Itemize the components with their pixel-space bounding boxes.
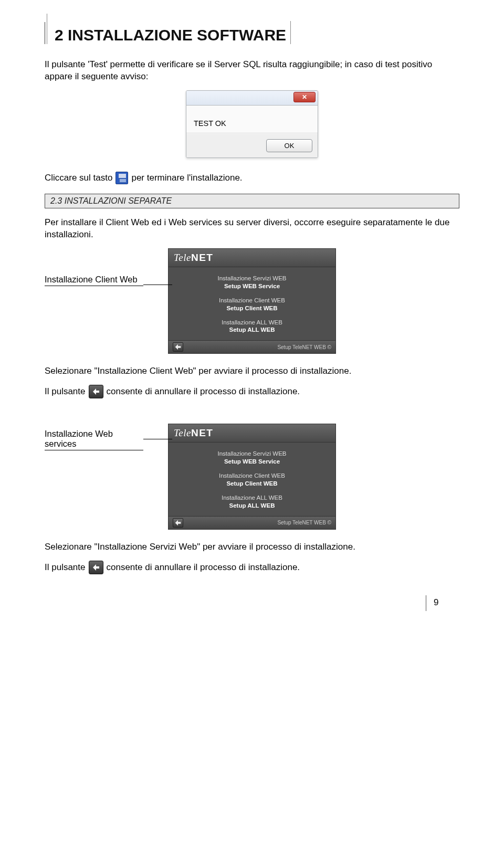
section-header: 2 INSTALLAZIONE SOFTWARE (45, 21, 459, 44)
item-line2: Setup WEB Service (169, 458, 335, 466)
item-line2: Setup Client WEB (169, 304, 335, 312)
back-icon[interactable] (173, 342, 183, 352)
item-line2: Setup ALL WEB (169, 326, 335, 334)
instruction-cancel-1: Il pulsante consente di annullare il pro… (45, 385, 459, 398)
section-title: 2 INSTALLAZIONE SOFTWARE (55, 26, 286, 44)
windows-dialog: ✕ TEST OK OK (186, 90, 318, 158)
item-line1: Installazione Client WEB (169, 297, 335, 304)
installer-item-all[interactable]: Installazione ALL WEB Setup ALL WEB (169, 315, 335, 338)
text-pre: Il pulsante (45, 386, 86, 397)
installer-item-services[interactable]: Installazione Servizi WEB Setup WEB Serv… (169, 447, 335, 469)
text-post: consente di annullare il processo di ins… (107, 562, 300, 573)
item-line1: Installazione ALL WEB (169, 319, 335, 327)
back-icon[interactable] (173, 518, 183, 528)
installer-footer: Setup TeleNET WEB © (169, 516, 335, 529)
paragraph-select-client: Selezionare "Installazione Client Web" p… (45, 365, 459, 377)
callout-label: Installazione Web services (45, 429, 143, 450)
ornament-tick (45, 22, 47, 44)
callout-line (143, 285, 172, 285)
item-line1: Installazione Client WEB (169, 472, 335, 480)
page-number: 9 (434, 595, 459, 608)
paragraph-intro: Il pulsante 'Test' permette di verificar… (45, 59, 459, 83)
installer-footer: Setup TeleNET WEB © (169, 340, 335, 353)
text-post: consente di annullare il processo di ins… (107, 386, 300, 397)
ok-button[interactable]: OK (266, 139, 312, 152)
text-pre: Il pulsante (45, 562, 86, 573)
close-icon[interactable]: ✕ (293, 92, 316, 102)
installer-body: Installazione Servizi WEB Setup WEB Serv… (169, 267, 335, 341)
callout-line (143, 439, 172, 439)
installer-footer-label: Setup TeleNET WEB © (277, 520, 331, 525)
installer-item-client[interactable]: Installazione Client WEB Setup Client WE… (169, 293, 335, 315)
text-post: per terminare l'installazione. (131, 173, 242, 183)
installer-body: Installazione Servizi WEB Setup WEB Serv… (169, 443, 335, 516)
back-icon (89, 561, 103, 574)
installer-brand: TeleNET (169, 249, 335, 267)
instruction-cancel-2: Il pulsante consente di annullare il pro… (45, 561, 459, 574)
installer-item-services[interactable]: Installazione Servizi WEB Setup WEB Serv… (169, 271, 335, 293)
item-line1: Installazione Servizi WEB (169, 450, 335, 458)
item-line2: Setup ALL WEB (169, 502, 335, 510)
installer-brand: TeleNET (169, 424, 335, 443)
instruction-save: Cliccare sul tasto per terminare l'insta… (45, 172, 459, 184)
sub-heading: 2.3 INSTALLAZIONI SEPARATE (45, 194, 459, 208)
paragraph-select-services: Selezionare "Installazione Servizi Web" … (45, 541, 459, 553)
dialog-message: TEST OK (186, 106, 318, 133)
text-pre: Cliccare sul tasto (45, 173, 112, 183)
installer-item-client[interactable]: Installazione Client WEB Setup Client WE… (169, 469, 335, 491)
paragraph-separate: Per installare il Client Web ed i Web se… (45, 217, 459, 241)
save-icon (116, 172, 128, 184)
item-line2: Setup Client WEB (169, 480, 335, 488)
dialog-titlebar: ✕ (186, 91, 318, 106)
installer-footer-label: Setup TeleNET WEB © (277, 344, 331, 350)
callout-web-services: Installazione Web services TeleNET Insta… (45, 424, 459, 530)
callout-client-web: Installazione Client Web TeleNET Install… (45, 248, 459, 354)
installer-window-1: TeleNET Installazione Servizi WEB Setup … (168, 248, 336, 354)
item-line2: Setup WEB Service (169, 282, 335, 290)
ornament-bar (290, 21, 291, 44)
back-icon (89, 385, 103, 398)
dialog-footer: OK (186, 133, 318, 157)
item-line1: Installazione ALL WEB (169, 494, 335, 502)
callout-label: Installazione Client Web (45, 275, 143, 286)
installer-item-all[interactable]: Installazione ALL WEB Setup ALL WEB (169, 491, 335, 513)
item-line1: Installazione Servizi WEB (169, 275, 335, 282)
installer-window-2: TeleNET Installazione Servizi WEB Setup … (168, 424, 336, 530)
